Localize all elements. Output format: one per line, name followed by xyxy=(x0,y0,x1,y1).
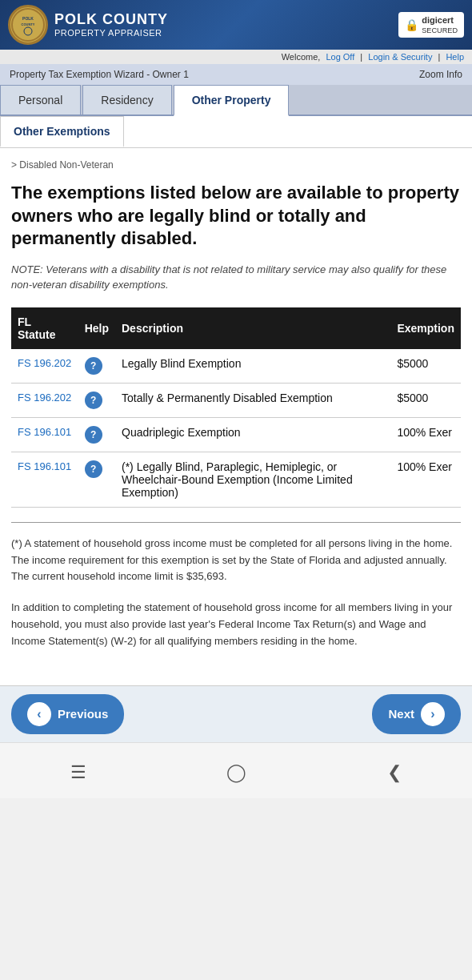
exemption-cell: 100% Exer xyxy=(390,417,461,452)
county-name: POLK COUNTY PROPERTY APPRAISER xyxy=(54,12,168,38)
description-text: Quadriplegic Exemption xyxy=(122,426,241,439)
table-row: FS 196.202 ? Totally & Permanently Disab… xyxy=(11,383,461,417)
statute-link[interactable]: FS 196.101 xyxy=(18,460,71,472)
svg-text:POLK: POLK xyxy=(22,16,34,21)
section-divider xyxy=(11,522,461,523)
previous-label: Previous xyxy=(58,707,108,721)
bottom-nav: ☰ ◯ ❮ xyxy=(0,742,472,798)
exemption-amount: $5000 xyxy=(397,357,428,370)
help-cell: ? xyxy=(78,349,115,384)
welcome-text: Welcome, xyxy=(282,52,321,62)
help-cell: ? xyxy=(78,383,115,417)
nav-menu-icon[interactable]: ☰ xyxy=(70,762,86,783)
help-button[interactable]: ? xyxy=(85,392,102,409)
next-label: Next xyxy=(388,707,414,721)
exemption-amount: $5000 xyxy=(397,392,428,404)
exemption-cell: $5000 xyxy=(390,349,461,384)
tab-residency[interactable]: Residency xyxy=(82,85,171,114)
col-exemption: Exemption xyxy=(390,307,461,349)
statute-link[interactable]: FS 196.202 xyxy=(18,357,71,369)
description-text: (*) Legally Blind, Paraplegic, Hemiplegi… xyxy=(122,460,353,499)
header-left: POLK COUNTY POLK COUNTY PROPERTY APPRAIS… xyxy=(8,5,168,45)
table-row: FS 196.101 ? (*) Legally Blind, Parapleg… xyxy=(11,452,461,507)
next-arrow-icon: › xyxy=(421,702,445,726)
additional-info: In addition to completing the statement … xyxy=(11,600,461,649)
next-button[interactable]: Next › xyxy=(372,694,461,734)
svg-text:COUNTY: COUNTY xyxy=(22,22,35,26)
top-nav: Welcome, Log Off | Login & Security | He… xyxy=(0,50,472,64)
logout-link[interactable]: Log Off xyxy=(326,52,354,62)
nav-buttons: ‹ Previous Next › xyxy=(0,685,472,742)
main-title: The exemptions listed below are availabl… xyxy=(11,182,461,251)
breadcrumb: Property Tax Exemption Wizard - Owner 1 xyxy=(10,69,189,80)
statute-cell: FS 196.101 xyxy=(11,452,78,507)
description-text: Totally & Permanently Disabled Exemption xyxy=(122,392,333,404)
exemption-table: FL Statute Help Description Exemption FS… xyxy=(11,307,461,508)
exemption-amount: 100% Exer xyxy=(397,426,451,439)
breadcrumb-bar: Property Tax Exemption Wizard - Owner 1 … xyxy=(0,64,472,85)
description-text: Legally Blind Exemption xyxy=(122,357,241,370)
description-cell: (*) Legally Blind, Paraplegic, Hemiplegi… xyxy=(115,452,390,507)
previous-button[interactable]: ‹ Previous xyxy=(11,694,124,734)
col-description: Description xyxy=(115,307,390,349)
help-button[interactable]: ? xyxy=(85,357,102,375)
digicert-text: digicert SECURED xyxy=(422,15,458,34)
tab-other-property[interactable]: Other Property xyxy=(174,85,290,116)
tab-other-exemptions[interactable]: Other Exemptions xyxy=(0,116,124,147)
description-cell: Legally Blind Exemption xyxy=(115,349,390,384)
help-cell: ? xyxy=(78,417,115,452)
statute-link[interactable]: FS 196.101 xyxy=(18,426,71,438)
exemption-cell: 100% Exer xyxy=(390,452,461,507)
statute-cell: FS 196.202 xyxy=(11,383,78,417)
table-row: FS 196.202 ? Legally Blind Exemption $50… xyxy=(11,349,461,384)
breadcrumb-sub: > Disabled Non-Veteran xyxy=(11,156,461,174)
zoom-info-link[interactable]: Zoom Info xyxy=(419,69,462,80)
table-row: FS 196.101 ? Quadriplegic Exemption 100%… xyxy=(11,417,461,452)
help-button[interactable]: ? xyxy=(85,460,102,478)
sub-tabs: Other Exemptions xyxy=(0,116,472,148)
header-right: 🔒 digicert SECURED xyxy=(398,12,464,38)
statute-cell: FS 196.202 xyxy=(11,349,78,384)
help-button[interactable]: ? xyxy=(85,426,102,444)
help-cell: ? xyxy=(78,452,115,507)
footnote-text: (*) A statement of household gross incom… xyxy=(11,537,452,583)
nav-home-icon[interactable]: ◯ xyxy=(226,762,246,783)
exemption-cell: $5000 xyxy=(390,383,461,417)
help-link[interactable]: Help xyxy=(446,52,464,62)
main-tabs: Personal Residency Other Property xyxy=(0,85,472,116)
page-header: POLK COUNTY POLK COUNTY PROPERTY APPRAIS… xyxy=(0,0,472,50)
footnote: (*) A statement of household gross incom… xyxy=(11,536,461,585)
county-logo: POLK COUNTY xyxy=(8,5,48,45)
statute-link[interactable]: FS 196.202 xyxy=(18,392,71,404)
statute-cell: FS 196.101 xyxy=(11,417,78,452)
col-help: Help xyxy=(78,307,115,349)
note-text: NOTE: Veterans with a disability that is… xyxy=(11,262,461,293)
login-security-link[interactable]: Login & Security xyxy=(368,52,432,62)
previous-arrow-icon: ‹ xyxy=(27,702,51,726)
tab-personal[interactable]: Personal xyxy=(0,85,81,114)
description-cell: Quadriplegic Exemption xyxy=(115,417,390,452)
table-header-row: FL Statute Help Description Exemption xyxy=(11,307,461,349)
digicert-badge: 🔒 digicert SECURED xyxy=(398,12,464,38)
description-cell: Totally & Permanently Disabled Exemption xyxy=(115,383,390,417)
nav-back-icon[interactable]: ❮ xyxy=(387,762,402,783)
exemption-amount: 100% Exer xyxy=(397,460,451,473)
lock-icon: 🔒 xyxy=(405,18,418,31)
col-fl-statute: FL Statute xyxy=(11,307,78,349)
main-content: > Disabled Non-Veteran The exemptions li… xyxy=(0,148,472,685)
